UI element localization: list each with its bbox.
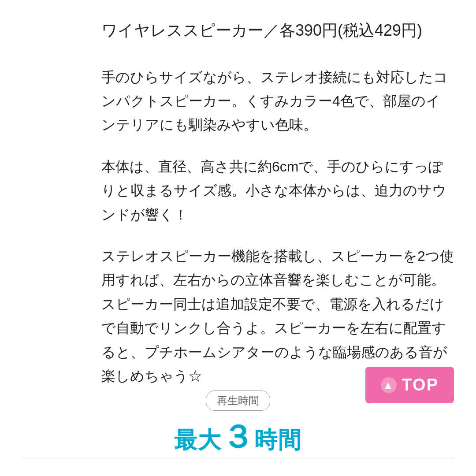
playback-section: 再生時間 最大３時間 <box>0 390 476 458</box>
playback-label: 再生時間 <box>206 390 270 411</box>
divider-line <box>22 458 454 458</box>
playback-value: 最大３時間 <box>174 416 302 458</box>
description-2: 本体は、直径、高さ共に約6cmで、手のひらにすっぽりと収まるサイズ感。小さな本体… <box>101 155 454 227</box>
description-1: 手のひらサイズながら、ステレオ接続にも対応したコンパクトスピーカー。くすみカラー… <box>101 65 454 137</box>
main-content: ワイヤレススピーカー／各390円(税込429円) 手のひらサイズながら、ステレオ… <box>0 0 476 419</box>
product-title: ワイヤレススピーカー／各390円(税込429円) <box>101 18 454 43</box>
